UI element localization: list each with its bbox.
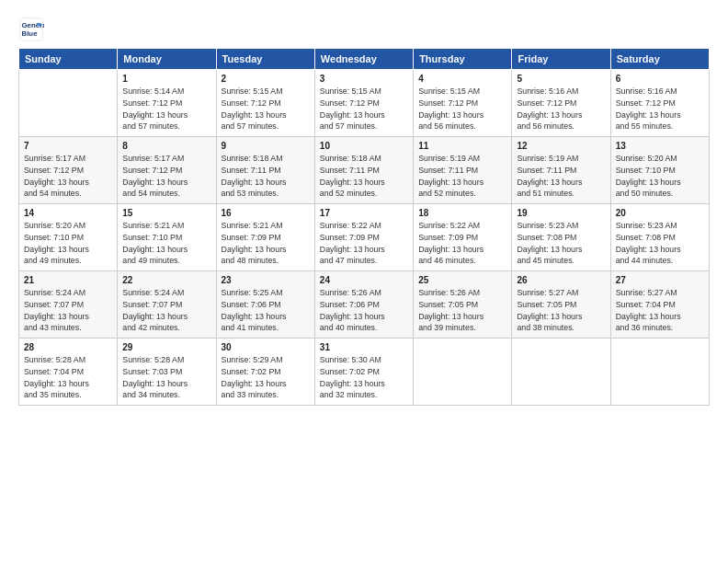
calendar-cell: 5Sunrise: 5:16 AMSunset: 7:12 PMDaylight…: [512, 70, 610, 137]
day-number: 2: [222, 74, 310, 84]
day-info: Sunrise: 5:20 AMSunset: 7:10 PMDaylight:…: [24, 220, 112, 267]
day-number: 7: [24, 141, 112, 151]
day-info: Sunrise: 5:17 AMSunset: 7:12 PMDaylight:…: [24, 153, 112, 200]
calendar-cell: 6Sunrise: 5:16 AMSunset: 7:12 PMDaylight…: [610, 70, 709, 137]
day-number: 22: [122, 275, 210, 285]
day-info: Sunrise: 5:15 AMSunset: 7:12 PMDaylight:…: [222, 86, 310, 132]
calendar-cell: 10Sunrise: 5:18 AMSunset: 7:11 PMDayligh…: [314, 137, 413, 204]
day-number: 15: [122, 208, 210, 218]
day-info: Sunrise: 5:16 AMSunset: 7:12 PMDaylight:…: [616, 86, 704, 132]
day-info: Sunrise: 5:19 AMSunset: 7:11 PMDaylight:…: [418, 153, 506, 200]
day-number: 17: [320, 208, 408, 218]
day-info: Sunrise: 5:26 AMSunset: 7:05 PMDaylight:…: [418, 287, 506, 334]
day-number: 24: [320, 275, 408, 285]
day-info: Sunrise: 5:29 AMSunset: 7:02 PMDaylight:…: [222, 354, 310, 401]
day-info: Sunrise: 5:22 AMSunset: 7:09 PMDaylight:…: [418, 220, 506, 267]
day-info: Sunrise: 5:15 AMSunset: 7:12 PMDaylight:…: [418, 86, 506, 132]
calendar-cell: [610, 339, 709, 406]
week-row-2: 7Sunrise: 5:17 AMSunset: 7:12 PMDaylight…: [19, 137, 710, 204]
day-number: 18: [418, 208, 506, 218]
day-number: 1: [122, 74, 210, 84]
calendar-cell: 26Sunrise: 5:27 AMSunset: 7:05 PMDayligh…: [512, 271, 610, 339]
day-header-sunday: Sunday: [19, 49, 118, 70]
calendar-cell: 22Sunrise: 5:24 AMSunset: 7:07 PMDayligh…: [118, 271, 216, 339]
logo: General Blue: [18, 17, 48, 42]
day-number: 13: [616, 141, 704, 151]
week-row-4: 21Sunrise: 5:24 AMSunset: 7:07 PMDayligh…: [19, 271, 710, 339]
day-header-wednesday: Wednesday: [314, 49, 413, 70]
day-number: 5: [517, 74, 605, 84]
day-number: 20: [616, 208, 704, 218]
calendar-cell: 9Sunrise: 5:18 AMSunset: 7:11 PMDaylight…: [216, 137, 314, 204]
day-number: 21: [24, 275, 112, 285]
week-row-5: 28Sunrise: 5:28 AMSunset: 7:04 PMDayligh…: [19, 339, 710, 406]
day-number: 9: [222, 141, 310, 151]
svg-text:Blue: Blue: [22, 29, 39, 38]
calendar-cell: 2Sunrise: 5:15 AMSunset: 7:12 PMDaylight…: [216, 70, 314, 137]
week-row-1: 1Sunrise: 5:14 AMSunset: 7:12 PMDaylight…: [19, 70, 710, 137]
calendar-cell: 12Sunrise: 5:19 AMSunset: 7:11 PMDayligh…: [512, 137, 610, 204]
calendar-cell: 31Sunrise: 5:30 AMSunset: 7:02 PMDayligh…: [314, 339, 413, 406]
day-info: Sunrise: 5:27 AMSunset: 7:04 PMDaylight:…: [616, 287, 704, 334]
day-info: Sunrise: 5:24 AMSunset: 7:07 PMDaylight:…: [24, 287, 112, 334]
day-info: Sunrise: 5:15 AMSunset: 7:12 PMDaylight:…: [320, 86, 408, 132]
calendar-cell: 25Sunrise: 5:26 AMSunset: 7:05 PMDayligh…: [414, 271, 512, 339]
day-info: Sunrise: 5:27 AMSunset: 7:05 PMDaylight:…: [517, 287, 605, 334]
calendar-cell: [414, 339, 512, 406]
day-number: 3: [320, 74, 408, 84]
day-info: Sunrise: 5:19 AMSunset: 7:11 PMDaylight:…: [517, 153, 605, 200]
calendar-cell: 21Sunrise: 5:24 AMSunset: 7:07 PMDayligh…: [19, 271, 118, 339]
calendar-cell: 24Sunrise: 5:26 AMSunset: 7:06 PMDayligh…: [314, 271, 413, 339]
calendar-cell: 8Sunrise: 5:17 AMSunset: 7:12 PMDaylight…: [118, 137, 216, 204]
day-number: 28: [24, 342, 112, 352]
day-info: Sunrise: 5:21 AMSunset: 7:10 PMDaylight:…: [122, 220, 210, 267]
calendar-cell: 17Sunrise: 5:22 AMSunset: 7:09 PMDayligh…: [314, 204, 413, 271]
calendar-cell: 20Sunrise: 5:23 AMSunset: 7:08 PMDayligh…: [610, 204, 709, 271]
day-info: Sunrise: 5:25 AMSunset: 7:06 PMDaylight:…: [222, 287, 310, 334]
calendar-cell: 30Sunrise: 5:29 AMSunset: 7:02 PMDayligh…: [216, 339, 314, 406]
calendar-cell: 13Sunrise: 5:20 AMSunset: 7:10 PMDayligh…: [610, 137, 709, 204]
day-number: 6: [616, 74, 704, 84]
day-number: 31: [320, 342, 408, 352]
day-number: 14: [24, 208, 112, 218]
day-number: 23: [222, 275, 310, 285]
day-info: Sunrise: 5:22 AMSunset: 7:09 PMDaylight:…: [320, 220, 408, 267]
day-header-thursday: Thursday: [414, 49, 512, 70]
day-info: Sunrise: 5:24 AMSunset: 7:07 PMDaylight:…: [122, 287, 210, 334]
calendar-cell: [19, 70, 118, 137]
day-info: Sunrise: 5:21 AMSunset: 7:09 PMDaylight:…: [222, 220, 310, 267]
day-header-friday: Friday: [512, 49, 610, 70]
day-info: Sunrise: 5:23 AMSunset: 7:08 PMDaylight:…: [517, 220, 605, 267]
day-info: Sunrise: 5:18 AMSunset: 7:11 PMDaylight:…: [320, 153, 408, 200]
day-info: Sunrise: 5:30 AMSunset: 7:02 PMDaylight:…: [320, 354, 408, 401]
day-number: 26: [517, 275, 605, 285]
day-header-saturday: Saturday: [610, 49, 709, 70]
calendar-cell: 3Sunrise: 5:15 AMSunset: 7:12 PMDaylight…: [314, 70, 413, 137]
day-number: 30: [222, 342, 310, 352]
day-info: Sunrise: 5:18 AMSunset: 7:11 PMDaylight:…: [222, 153, 310, 200]
calendar-cell: 1Sunrise: 5:14 AMSunset: 7:12 PMDaylight…: [118, 70, 216, 137]
calendar-cell: 7Sunrise: 5:17 AMSunset: 7:12 PMDaylight…: [19, 137, 118, 204]
calendar-cell: 11Sunrise: 5:19 AMSunset: 7:11 PMDayligh…: [414, 137, 512, 204]
week-row-3: 14Sunrise: 5:20 AMSunset: 7:10 PMDayligh…: [19, 204, 710, 271]
day-number: 10: [320, 141, 408, 151]
calendar-cell: 23Sunrise: 5:25 AMSunset: 7:06 PMDayligh…: [216, 271, 314, 339]
day-number: 27: [616, 275, 704, 285]
day-number: 16: [222, 208, 310, 218]
day-number: 19: [517, 208, 605, 218]
day-info: Sunrise: 5:17 AMSunset: 7:12 PMDaylight:…: [122, 153, 210, 200]
day-number: 25: [418, 275, 506, 285]
calendar-cell: 4Sunrise: 5:15 AMSunset: 7:12 PMDaylight…: [414, 70, 512, 137]
day-info: Sunrise: 5:20 AMSunset: 7:10 PMDaylight:…: [616, 153, 704, 200]
day-number: 11: [418, 141, 506, 151]
calendar-cell: 29Sunrise: 5:28 AMSunset: 7:03 PMDayligh…: [118, 339, 216, 406]
calendar-cell: 19Sunrise: 5:23 AMSunset: 7:08 PMDayligh…: [512, 204, 610, 271]
day-info: Sunrise: 5:28 AMSunset: 7:04 PMDaylight:…: [24, 354, 112, 401]
day-header-monday: Monday: [118, 49, 216, 70]
calendar-cell: 18Sunrise: 5:22 AMSunset: 7:09 PMDayligh…: [414, 204, 512, 271]
calendar-cell: [512, 339, 610, 406]
day-number: 29: [122, 342, 210, 352]
calendar-cell: 16Sunrise: 5:21 AMSunset: 7:09 PMDayligh…: [216, 204, 314, 271]
day-info: Sunrise: 5:14 AMSunset: 7:12 PMDaylight:…: [122, 86, 210, 132]
day-number: 12: [517, 141, 605, 151]
